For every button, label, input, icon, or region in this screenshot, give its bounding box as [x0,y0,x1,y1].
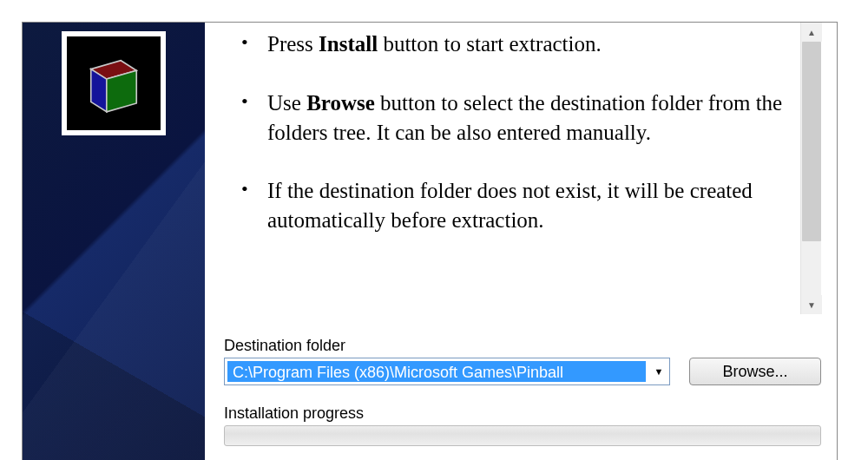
progress-bar [224,425,821,446]
text: Press [267,32,319,56]
text: If the destination folder does not exist… [267,179,753,232]
instruction-item: Use Browse button to select the destinat… [267,89,799,148]
bold: Browse [306,91,375,115]
progress-section: Installation progress [224,404,821,446]
package-box-icon [67,36,161,130]
browse-button[interactable]: Browse... [689,358,821,385]
instruction-item: Press Install button to start extraction… [267,30,799,59]
wizard-icon-frame [62,31,166,135]
instructions-text: Press Install button to start extraction… [224,23,821,318]
destination-combo[interactable]: C:\Program Files (x86)\Microsoft Games\P… [224,358,670,385]
bold: Install [319,32,378,56]
scroll-down-icon[interactable]: ▼ [801,295,822,314]
destination-label: Destination folder [224,337,821,355]
instructions-scrollbar[interactable]: ▲ ▼ [800,23,821,314]
text: button to start extraction. [378,32,602,56]
text: Use [267,91,306,115]
chevron-down-icon[interactable]: ▼ [648,358,669,384]
destination-value[interactable]: C:\Program Files (x86)\Microsoft Games\P… [227,361,646,382]
installer-dialog: Press Install button to start extraction… [22,22,838,460]
destination-section: Destination folder C:\Program Files (x86… [224,337,821,385]
wizard-sidebar [23,23,205,460]
main-panel: Press Install button to start extraction… [205,23,837,460]
scroll-thumb[interactable] [802,42,821,241]
scroll-up-icon[interactable]: ▲ [801,23,822,42]
instruction-item: If the destination folder does not exist… [267,176,799,235]
progress-label: Installation progress [224,404,821,423]
